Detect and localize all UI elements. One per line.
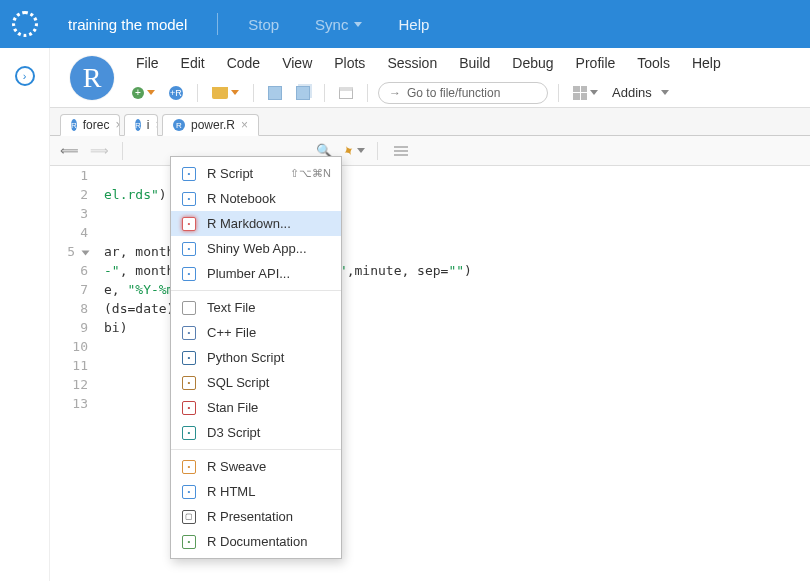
python-icon: • bbox=[181, 350, 197, 366]
menu-build[interactable]: Build bbox=[451, 53, 498, 73]
app-logo bbox=[0, 11, 50, 37]
code-tools-button[interactable]: ✦ bbox=[343, 141, 365, 161]
disks-icon bbox=[296, 86, 310, 100]
code-editor[interactable]: 12345 678910111213 el.rds") ar, month, d… bbox=[50, 166, 810, 581]
menu-item-text-file[interactable]: Text File bbox=[171, 295, 341, 320]
menu-item-r-documentation[interactable]: •R Documentation bbox=[171, 529, 341, 554]
editor-tabs: Rforec×Ri×Rpower.R× bbox=[50, 108, 810, 136]
separator bbox=[367, 84, 368, 102]
menu-item-sql-script[interactable]: •SQL Script bbox=[171, 370, 341, 395]
separator bbox=[558, 84, 559, 102]
r-file-icon: R bbox=[135, 119, 141, 131]
nav-forward-button[interactable]: ⟹ bbox=[88, 141, 110, 161]
addins-button[interactable]: Addins bbox=[608, 83, 673, 102]
menu-item-plumber-api[interactable]: •Plumber API... bbox=[171, 261, 341, 286]
menu-item-python-script[interactable]: •Python Script bbox=[171, 345, 341, 370]
menu-item-stan-file[interactable]: •Stan File bbox=[171, 395, 341, 420]
menu-view[interactable]: View bbox=[274, 53, 320, 73]
chevron-down-icon bbox=[590, 90, 598, 95]
menu-item-r-script[interactable]: •R Script⇧⌥⌘N bbox=[171, 161, 341, 186]
menu-item-shiny-web-app[interactable]: •Shiny Web App... bbox=[171, 236, 341, 261]
notebook-title[interactable]: training the model bbox=[68, 16, 187, 33]
menu-item-label: Plumber API... bbox=[207, 266, 331, 281]
line-number: 10 bbox=[50, 337, 88, 356]
menu-item-label: Stan File bbox=[207, 400, 331, 415]
left-sidebar: › bbox=[0, 48, 50, 581]
rdoc-icon: • bbox=[181, 534, 197, 550]
help-button[interactable]: Help bbox=[398, 16, 429, 33]
line-number: 4 bbox=[50, 223, 88, 242]
menu-profile[interactable]: Profile bbox=[568, 53, 624, 73]
line-number: 7 bbox=[50, 280, 88, 299]
rstudio-menubar: FileEditCodeViewPlotsSessionBuildDebugPr… bbox=[50, 48, 810, 78]
addins-label: Addins bbox=[612, 85, 652, 100]
line-gutter: 12345 678910111213 bbox=[50, 166, 98, 581]
menu-tools[interactable]: Tools bbox=[629, 53, 678, 73]
menu-debug[interactable]: Debug bbox=[504, 53, 561, 73]
new-project-button[interactable]: +R bbox=[165, 84, 187, 102]
rstudio-logo-badge: R bbox=[70, 56, 114, 100]
menu-item-label: R Script bbox=[207, 166, 280, 181]
sync-button[interactable]: Sync bbox=[315, 16, 362, 33]
sweave-icon: • bbox=[181, 459, 197, 475]
menu-code[interactable]: Code bbox=[219, 53, 268, 73]
d3-icon: • bbox=[181, 425, 197, 441]
plus-icon: + bbox=[132, 87, 144, 99]
r-plus-icon: +R bbox=[169, 86, 183, 100]
line-number: 8 bbox=[50, 299, 88, 318]
menu-item-c-file[interactable]: •C++ File bbox=[171, 320, 341, 345]
menu-file[interactable]: File bbox=[128, 53, 167, 73]
save-all-button[interactable] bbox=[292, 84, 314, 102]
nav-back-button[interactable]: ⟸ bbox=[58, 141, 80, 161]
menu-item-label: R Presentation bbox=[207, 509, 331, 524]
r-script-icon: • bbox=[181, 166, 197, 182]
editor-tab[interactable]: Rpower.R× bbox=[162, 114, 259, 136]
menu-item-r-sweave[interactable]: •R Sweave bbox=[171, 454, 341, 479]
menu-item-r-presentation[interactable]: ▢R Presentation bbox=[171, 504, 341, 529]
line-number: 12 bbox=[50, 375, 88, 394]
grid-icon bbox=[573, 86, 587, 100]
menu-item-label: R Markdown... bbox=[207, 216, 331, 231]
text-file-icon bbox=[181, 300, 197, 316]
close-tab-icon[interactable]: × bbox=[241, 118, 248, 132]
separator bbox=[217, 13, 218, 35]
spinner-icon bbox=[12, 11, 38, 37]
stan-icon: • bbox=[181, 400, 197, 416]
line-number: 3 bbox=[50, 204, 88, 223]
menu-edit[interactable]: Edit bbox=[173, 53, 213, 73]
panes-button[interactable] bbox=[569, 84, 602, 102]
goto-placeholder: Go to file/function bbox=[407, 86, 500, 100]
r-notebook-icon: • bbox=[181, 191, 197, 207]
menu-item-r-notebook[interactable]: •R Notebook bbox=[171, 186, 341, 211]
expand-sidebar-button[interactable]: › bbox=[15, 66, 35, 86]
menu-plots[interactable]: Plots bbox=[326, 53, 373, 73]
menu-item-d3-script[interactable]: •D3 Script bbox=[171, 420, 341, 445]
goto-file-input[interactable]: →Go to file/function bbox=[378, 82, 548, 104]
arrow-icon: → bbox=[389, 86, 401, 100]
sql-icon: • bbox=[181, 375, 197, 391]
menu-item-r-markdown[interactable]: •R Markdown... bbox=[171, 211, 341, 236]
lines-icon bbox=[394, 146, 408, 156]
outline-button[interactable] bbox=[390, 141, 412, 161]
save-button[interactable] bbox=[264, 84, 286, 102]
rstudio-toolbar: + +R →Go to file/function Addins bbox=[50, 78, 810, 108]
new-file-menu: •R Script⇧⌥⌘N•R Notebook•R Markdown...•S… bbox=[170, 156, 342, 559]
print-button[interactable] bbox=[335, 85, 357, 101]
menu-help[interactable]: Help bbox=[684, 53, 729, 73]
fold-icon[interactable] bbox=[82, 250, 90, 255]
separator bbox=[377, 142, 378, 160]
stop-button[interactable]: Stop bbox=[248, 16, 279, 33]
r-markdown-icon: • bbox=[181, 216, 197, 232]
new-file-button[interactable]: + bbox=[128, 85, 159, 101]
open-file-button[interactable] bbox=[208, 85, 243, 101]
close-tab-icon[interactable]: × bbox=[115, 118, 120, 132]
editor-toolbar: ⟸ ⟹ 🔍 ✦ bbox=[50, 136, 810, 166]
editor-tab[interactable]: Ri× bbox=[124, 114, 158, 136]
print-icon bbox=[339, 87, 353, 99]
sync-label: Sync bbox=[315, 16, 348, 33]
separator bbox=[197, 84, 198, 102]
menu-session[interactable]: Session bbox=[379, 53, 445, 73]
close-tab-icon[interactable]: × bbox=[155, 118, 158, 132]
editor-tab[interactable]: Rforec× bbox=[60, 114, 120, 136]
menu-item-r-html[interactable]: •R HTML bbox=[171, 479, 341, 504]
